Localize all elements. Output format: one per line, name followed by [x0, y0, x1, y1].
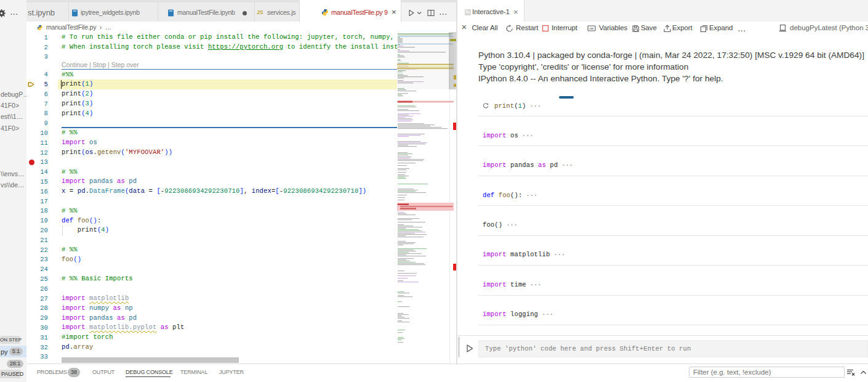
- svg-text:var: var: [589, 26, 594, 30]
